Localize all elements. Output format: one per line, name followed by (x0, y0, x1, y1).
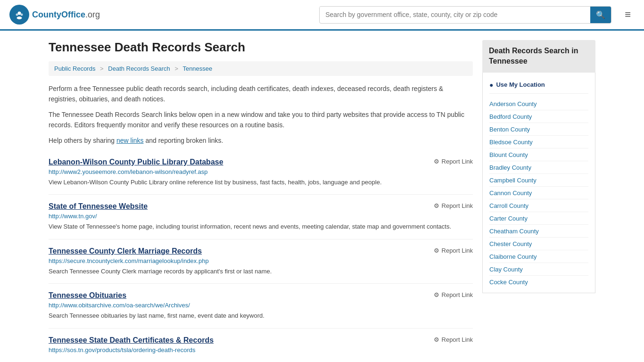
search-input[interactable] (320, 7, 590, 22)
sidebar-content: ● Use My Location Anderson CountyBedford… (482, 73, 595, 293)
result-item: State of Tennessee Website ⚙ Report Link… (49, 195, 473, 239)
county-link[interactable]: Carroll County (489, 202, 528, 209)
report-link-button[interactable]: ⚙ Report Link (434, 158, 473, 165)
county-list-item: Campbell County (489, 174, 588, 187)
county-list-item: Cheatham County (489, 225, 588, 238)
county-list-item: Carroll County (489, 199, 588, 212)
county-list-item: Bledsoe County (489, 136, 588, 148)
county-list-item: Bedford County (489, 110, 588, 123)
svg-point-4 (21, 14, 23, 16)
county-list-item: Benton County (489, 123, 588, 136)
county-link[interactable]: Bedford County (489, 113, 532, 120)
result-desc: View State of Tennessee's home page, inc… (49, 222, 473, 231)
report-link-button[interactable]: ⚙ Report Link (434, 291, 473, 298)
county-link[interactable]: Cocke County (489, 279, 528, 286)
result-title[interactable]: Lebanon-Wilson County Public Library Dat… (49, 158, 223, 166)
logo-link[interactable]: CountyOffice.org (9, 5, 100, 25)
result-item: Tennessee Obituaries ⚙ Report Link http:… (49, 284, 473, 329)
main-content: Tennessee Death Records Search Public Re… (39, 31, 605, 362)
county-link[interactable]: Campbell County (489, 177, 537, 184)
result-title[interactable]: State of Tennessee Website (49, 202, 148, 211)
result-url[interactable]: http://www2.youseemore.com/lebanon-wilso… (49, 168, 473, 175)
county-link[interactable]: Chester County (489, 240, 532, 247)
report-icon: ⚙ (434, 291, 439, 298)
county-list-item: Claiborne County (489, 250, 588, 263)
report-icon: ⚙ (434, 202, 439, 209)
county-link[interactable]: Cannon County (489, 189, 532, 197)
description-1: Perform a free Tennessee public death re… (49, 83, 473, 105)
breadcrumb-sep-1: > (100, 65, 104, 72)
result-url[interactable]: https://sos.tn.gov/products/tsla/orderin… (49, 346, 473, 354)
logo-text: CountyOffice.org (32, 10, 100, 20)
search-button[interactable]: 🔍 (590, 7, 611, 23)
breadcrumb-death-records-search[interactable]: Death Records Search (108, 65, 170, 72)
search-icon: 🔍 (596, 11, 605, 19)
results-list: Lebanon-Wilson County Public Library Dat… (49, 150, 473, 362)
report-link-button[interactable]: ⚙ Report Link (434, 247, 473, 254)
result-title[interactable]: Tennessee County Clerk Marriage Records (49, 247, 202, 255)
result-desc: Search Tennessee County Clerk marriage r… (49, 267, 473, 276)
breadcrumb: Public Records > Death Records Search > … (49, 61, 473, 76)
use-location: ● Use My Location (489, 77, 588, 94)
result-title[interactable]: Tennessee State Death Certificates & Rec… (49, 336, 214, 345)
breadcrumb-sep-2: > (174, 65, 178, 72)
county-link[interactable]: Carter County (489, 215, 528, 222)
description-2: The Tennessee Death Records Search links… (49, 109, 473, 131)
result-url[interactable]: https://secure.tncountyclerk.com/marriag… (49, 257, 473, 264)
hamburger-icon: ≡ (625, 8, 631, 20)
county-link[interactable]: Claiborne County (489, 253, 537, 260)
result-url[interactable]: http://www.obitsarchive.com/oa-search/we… (49, 302, 473, 309)
county-list-item: Bradley County (489, 161, 588, 174)
county-link[interactable]: Clay County (489, 266, 523, 273)
site-header: CountyOffice.org 🔍 ≡ (0, 0, 644, 31)
county-list-item: Chester County (489, 238, 588, 250)
new-links-link[interactable]: new links (116, 137, 144, 144)
sidebar: Death Records Search in Tennessee ● Use … (482, 40, 595, 362)
svg-point-1 (18, 12, 21, 15)
use-my-location-link[interactable]: Use My Location (496, 81, 545, 88)
result-item: Lebanon-Wilson County Public Library Dat… (49, 150, 473, 195)
result-desc: View Lebanon-Wilson County Public Librar… (49, 178, 473, 187)
county-list-item: Anderson County (489, 98, 588, 110)
county-list-item: Clay County (489, 263, 588, 276)
county-link[interactable]: Blount County (489, 151, 528, 158)
county-link[interactable]: Benton County (489, 126, 530, 133)
county-link[interactable]: Bledsoe County (489, 139, 533, 146)
county-list-item: Carter County (489, 212, 588, 225)
logo-icon (9, 5, 29, 25)
report-link-button[interactable]: ⚙ Report Link (434, 202, 473, 209)
menu-button[interactable]: ≡ (621, 7, 635, 23)
svg-point-3 (16, 14, 18, 16)
breadcrumb-tennessee[interactable]: Tennessee (182, 65, 212, 72)
county-list-item: Cocke County (489, 276, 588, 288)
description-3: Help others by sharing new links and rep… (49, 135, 473, 146)
report-icon: ⚙ (434, 158, 439, 165)
result-url[interactable]: http://www.tn.gov/ (49, 213, 473, 220)
search-bar: 🔍 (319, 6, 611, 24)
result-title[interactable]: Tennessee Obituaries (49, 291, 126, 300)
county-list-item: Blount County (489, 148, 588, 161)
report-icon: ⚙ (434, 336, 439, 343)
result-desc: Search Tennessee obituaries by last name… (49, 311, 473, 321)
report-link-button[interactable]: ⚙ Report Link (434, 336, 473, 343)
county-link[interactable]: Cheatham County (489, 228, 539, 235)
breadcrumb-public-records[interactable]: Public Records (54, 65, 95, 72)
county-link[interactable]: Anderson County (489, 100, 537, 107)
result-item: Tennessee County Clerk Marriage Records … (49, 239, 473, 284)
county-list-item: Cannon County (489, 187, 588, 199)
svg-point-2 (17, 16, 22, 19)
report-icon: ⚙ (434, 247, 439, 254)
result-item: Tennessee State Death Certificates & Rec… (49, 329, 473, 362)
page-title: Tennessee Death Records Search (49, 40, 473, 55)
content-area: Tennessee Death Records Search Public Re… (49, 40, 473, 362)
sidebar-title: Death Records Search in Tennessee (482, 40, 595, 73)
location-icon: ● (489, 81, 493, 89)
county-link[interactable]: Bradley County (489, 164, 531, 171)
county-list: Anderson CountyBedford CountyBenton Coun… (489, 98, 588, 288)
